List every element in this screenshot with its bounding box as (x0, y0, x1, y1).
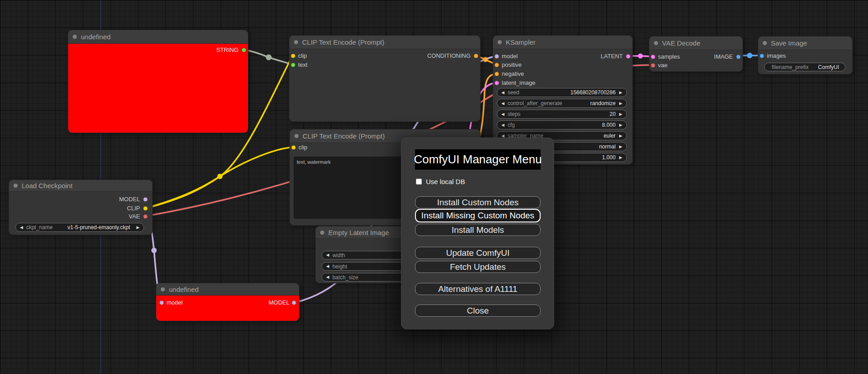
output-port-string[interactable] (242, 48, 246, 52)
node-header[interactable]: undefined (68, 30, 248, 44)
input-port-text[interactable] (291, 63, 295, 67)
output-port-model[interactable] (292, 300, 296, 305)
input-label: samples (658, 52, 680, 61)
collapse-dot-icon[interactable] (14, 184, 18, 188)
collapse-dot-icon[interactable] (73, 35, 77, 39)
update-comfyui-button[interactable]: Update ComfyUI (415, 247, 541, 259)
decrement-arrow-icon[interactable]: ◀ (326, 253, 329, 257)
widget-height[interactable]: ◀ height (322, 262, 405, 271)
install-custom-nodes-button[interactable]: Install Custom Nodes (415, 196, 541, 208)
increment-arrow-icon[interactable]: ▶ (619, 156, 622, 160)
input-port-negative[interactable] (495, 72, 499, 76)
input-port-clip[interactable] (291, 145, 296, 150)
input-port-vae[interactable] (651, 63, 655, 68)
collapse-dot-icon[interactable] (763, 41, 767, 45)
widget-batch-size[interactable]: ◀ batch_size (322, 273, 405, 282)
node-header[interactable]: undefined (156, 283, 299, 296)
collapse-dot-icon[interactable] (654, 41, 658, 45)
output-port-model[interactable] (143, 197, 148, 202)
reroute-dot-model[interactable] (151, 248, 157, 253)
reroute-dot-latent[interactable] (638, 54, 643, 59)
io-row-model: model MODEL (156, 298, 299, 307)
node-save-image[interactable]: Save Image images filename_prefix ComfyU… (758, 36, 853, 74)
node-header[interactable]: Load Checkpoint (9, 180, 152, 192)
collapse-dot-icon[interactable] (498, 40, 502, 44)
fetch-updates-button[interactable]: Fetch Updates (415, 261, 541, 273)
use-local-db-row[interactable]: Use local DB (416, 178, 465, 185)
decrement-arrow-icon[interactable]: ◀ (501, 112, 504, 116)
input-label: clip (299, 143, 308, 152)
error-node-body (68, 44, 248, 133)
increment-arrow-icon[interactable]: ▶ (619, 145, 622, 149)
reroute-dot-clip[interactable] (217, 174, 223, 179)
node-header[interactable]: VAE Decode (649, 37, 742, 50)
input-label: negative (502, 69, 524, 78)
node-header[interactable]: CLIP Text Encode (Prompt) (289, 36, 480, 49)
increment-arrow-icon[interactable]: ▶ (619, 91, 622, 95)
increment-arrow-icon[interactable]: ▶ (619, 112, 622, 116)
node-clip-text-encode-1[interactable]: CLIP Text Encode (Prompt) clip CONDITION… (289, 35, 481, 122)
reroute-dot-image[interactable] (747, 53, 752, 58)
widget-steps[interactable]: ◀ steps 20 ▶ (497, 110, 627, 119)
install-models-button[interactable]: Install Models (415, 224, 541, 236)
node-load-checkpoint[interactable]: Load Checkpoint MODEL CLIP VAE ◀ ckpt_na… (9, 180, 153, 235)
input-port-positive[interactable] (495, 63, 499, 67)
node-undefined-top[interactable]: undefined STRING (68, 30, 248, 133)
collapse-dot-icon[interactable] (320, 231, 324, 235)
input-label: model (167, 298, 182, 307)
widget-value: 8.000 (602, 122, 616, 128)
input-port-clip[interactable] (291, 54, 295, 58)
widget-seed[interactable]: ◀ seed 156680208700286 ▶ (497, 88, 627, 97)
node-empty-latent-image[interactable]: Empty Latent Image ◀ width ◀ height ◀ ba… (315, 226, 410, 283)
input-port-samples[interactable] (651, 55, 655, 59)
widget-filename-prefix[interactable]: filename_prefix ComfyUI (764, 63, 845, 71)
alternatives-of-a1111-button[interactable]: Alternatives of A1111 (415, 283, 541, 295)
increment-arrow-icon[interactable]: ▶ (619, 134, 622, 138)
input-port-images[interactable] (760, 54, 764, 58)
collapse-dot-icon[interactable] (294, 40, 298, 44)
input-port-model[interactable] (159, 300, 164, 305)
node-title: undefined (169, 286, 199, 293)
output-label: LATENT (601, 52, 623, 61)
input-port-latent-image[interactable] (495, 81, 499, 85)
input-label: clip (298, 51, 307, 60)
node-vae-decode[interactable]: VAE Decode samples IMAGE vae (649, 36, 743, 72)
decrement-arrow-icon[interactable]: ◀ (501, 91, 504, 95)
input-port-model[interactable] (495, 54, 499, 59)
decrement-arrow-icon[interactable]: ◀ (326, 275, 329, 279)
decrement-arrow-icon[interactable]: ◀ (501, 102, 504, 106)
collapse-dot-icon[interactable] (161, 287, 165, 291)
input-row-latent-image: latent_image (493, 78, 632, 88)
reroute-dot-string[interactable] (266, 55, 272, 60)
widget-cfg[interactable]: ◀ cfg 8.000 ▶ (497, 120, 627, 129)
node-title: undefined (81, 33, 111, 41)
output-row-vae: VAE (9, 212, 152, 221)
increment-arrow-icon[interactable]: ▶ (619, 102, 622, 106)
increment-arrow-icon[interactable]: ▶ (619, 123, 622, 127)
widget-width[interactable]: ◀ width (322, 251, 405, 259)
node-header[interactable]: Save Image (758, 37, 852, 50)
use-local-db-checkbox[interactable] (416, 179, 422, 185)
input-label: text (298, 60, 308, 69)
output-port-clip[interactable] (143, 206, 148, 211)
node-undefined-bottom[interactable]: undefined model MODEL (156, 283, 299, 321)
output-port-vae[interactable] (143, 214, 148, 219)
increment-arrow-icon[interactable]: ▶ (136, 226, 140, 230)
output-port-conditioning[interactable] (474, 54, 478, 58)
node-title: Load Checkpoint (22, 182, 73, 189)
widget-control-after-generate[interactable]: ◀ control_after_generate randomize ▶ (497, 99, 627, 108)
output-port-image[interactable] (736, 55, 741, 59)
output-port-latent[interactable] (626, 54, 630, 59)
output-label: IMAGE (714, 52, 733, 61)
collapse-dot-icon[interactable] (294, 134, 299, 138)
close-button[interactable]: Close (415, 305, 541, 317)
decrement-arrow-icon[interactable]: ◀ (501, 123, 504, 127)
decrement-arrow-icon[interactable]: ◀ (326, 264, 329, 268)
node-header[interactable]: Empty Latent Image (316, 226, 410, 239)
decrement-arrow-icon[interactable]: ◀ (20, 226, 23, 230)
node-header[interactable]: KSampler (493, 36, 632, 49)
widget-ckpt-name[interactable]: ◀ ckpt_name v1-5-pruned-emaonly.ckpt ▶ (15, 223, 144, 232)
install-missing-custom-nodes-button[interactable]: Install Missing Custom Nodes (415, 209, 541, 222)
reroute-dot-conditioning[interactable] (483, 57, 488, 62)
comfyui-manager-menu-dialog[interactable]: ComfyUI Manager Menu Use local DB Instal… (401, 138, 554, 329)
